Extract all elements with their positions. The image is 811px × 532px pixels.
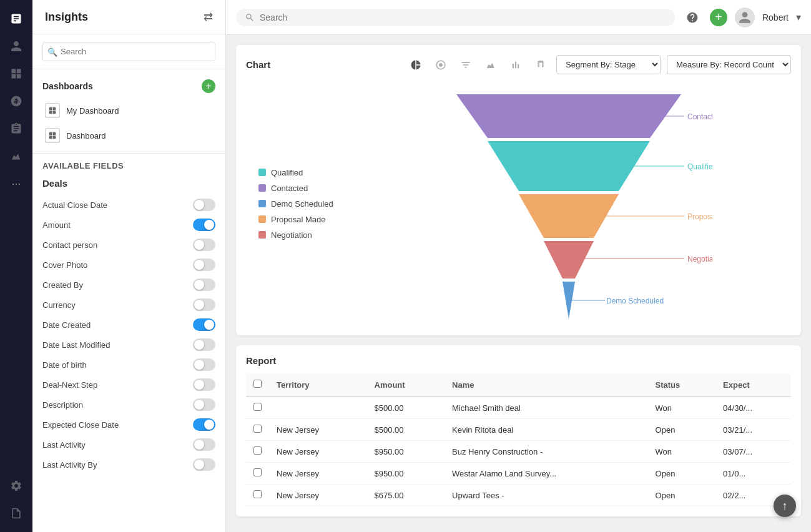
cell-amount: $500.00 xyxy=(367,419,445,441)
select-all-checkbox[interactable] xyxy=(253,380,262,388)
swap-icon[interactable]: ⇄ xyxy=(204,10,213,24)
field-name: Contact person xyxy=(42,240,97,250)
row-checkbox[interactable] xyxy=(253,446,262,455)
legend-label: Qualified xyxy=(271,168,303,177)
field-toggle[interactable] xyxy=(193,199,215,211)
field-toggle[interactable] xyxy=(193,219,215,231)
cell-amount: $950.00 xyxy=(367,463,445,485)
sidebar-search-input[interactable] xyxy=(42,42,215,61)
legend-dot xyxy=(258,184,266,192)
svg-text:Demo Scheduled: Demo Scheduled xyxy=(606,297,664,305)
nav-reports[interactable] xyxy=(5,502,27,525)
field-item: Amount xyxy=(42,215,215,235)
report-table: Territory Amount Name Status Expect $500… xyxy=(246,373,791,506)
filter-btn[interactable] xyxy=(456,56,475,74)
nav-dashboard[interactable] xyxy=(5,62,27,85)
nav-tasks[interactable] xyxy=(5,117,27,140)
report-card: Report Territory Amount Name Status Expe… xyxy=(236,345,801,516)
page-area: Chart Segment By xyxy=(226,35,811,532)
col-amount: Amount xyxy=(367,373,445,397)
nav-money[interactable] xyxy=(5,90,27,112)
field-item: Currency xyxy=(42,295,215,315)
pie-chart-btn[interactable] xyxy=(406,56,425,74)
row-checkbox[interactable] xyxy=(253,403,262,411)
scroll-top-button[interactable]: ↑ xyxy=(774,495,796,517)
topbar: + Robert ▾ xyxy=(226,0,811,35)
topbar-right: + Robert ▾ xyxy=(682,7,801,27)
row-checkbox[interactable] xyxy=(253,468,262,476)
cell-status: Open xyxy=(648,419,716,441)
legend-dot xyxy=(258,169,266,176)
cell-name: Upward Tees - xyxy=(445,485,648,506)
field-item: Date Created xyxy=(42,315,215,335)
sidebar: Insights ⇄ 🔍 Dashboards + My Dashboard D… xyxy=(32,0,226,532)
line-chart-btn[interactable] xyxy=(481,56,500,74)
cell-status: Open xyxy=(648,485,716,506)
topbar-add-button[interactable]: + xyxy=(710,9,727,26)
svg-text:Qualified: Qualified xyxy=(687,162,712,171)
row-checkbox[interactable] xyxy=(253,425,262,433)
topbar-search-input[interactable] xyxy=(260,12,666,22)
my-dashboard-label: My Dashboard xyxy=(66,106,119,116)
field-toggle[interactable] xyxy=(193,318,215,331)
bar-chart-btn[interactable] xyxy=(506,56,525,74)
col-name: Name xyxy=(445,373,648,397)
svg-text:Proposal Made: Proposal Made xyxy=(687,212,712,221)
donut-chart-btn[interactable] xyxy=(431,56,450,74)
field-toggle[interactable] xyxy=(193,278,215,291)
chart-legend: QualifiedContactedDemo ScheduledProposal… xyxy=(246,168,346,240)
field-name: Date Created xyxy=(42,320,91,330)
cell-expect: 04/30/... xyxy=(715,397,791,419)
cell-territory xyxy=(269,397,367,419)
measure-select[interactable]: Measure By: Record CountMeasure By: Amou… xyxy=(667,55,791,74)
field-toggle[interactable] xyxy=(193,239,215,251)
nav-analytics[interactable] xyxy=(5,145,27,167)
field-name: Last Activity By xyxy=(42,460,97,470)
user-avatar xyxy=(735,7,755,27)
field-toggle[interactable] xyxy=(193,259,215,271)
sidebar-item-dashboard[interactable]: Dashboard xyxy=(42,123,215,148)
svg-text:Negotiation: Negotiation xyxy=(687,255,712,264)
nav-contacts[interactable] xyxy=(5,35,27,57)
field-name: Amount xyxy=(42,220,71,230)
nav-more[interactable]: ··· xyxy=(5,172,27,195)
sidebar-header: Insights ⇄ xyxy=(32,0,225,34)
nav-insights[interactable] xyxy=(5,7,27,30)
cell-expect: 01/0... xyxy=(715,463,791,485)
svg-text:Contacted: Contacted xyxy=(687,112,712,121)
topbar-search-icon xyxy=(245,12,255,22)
cell-status: Won xyxy=(648,397,716,419)
add-dashboard-button[interactable]: + xyxy=(202,79,215,93)
field-name: Deal-Next Step xyxy=(42,380,97,390)
field-toggle[interactable] xyxy=(193,298,215,311)
field-toggle[interactable] xyxy=(193,458,215,471)
funnel-wrap: Contacted Qualified Proposal Made Negoti… xyxy=(346,88,791,319)
field-toggle[interactable] xyxy=(193,398,215,411)
user-chevron-icon[interactable]: ▾ xyxy=(796,11,801,23)
funnel-chart-svg: Contacted Qualified Proposal Made Negoti… xyxy=(425,88,712,319)
nav-settings[interactable] xyxy=(5,475,27,497)
chart-card: Chart Segment By xyxy=(236,45,801,335)
field-toggle[interactable] xyxy=(193,418,215,431)
horizontal-bar-btn[interactable] xyxy=(531,56,550,74)
field-toggle[interactable] xyxy=(193,338,215,351)
report-title: Report xyxy=(246,355,791,366)
field-item: Last Activity xyxy=(42,435,215,455)
field-item: Description xyxy=(42,395,215,415)
legend-label: Demo Scheduled xyxy=(271,199,333,209)
sidebar-item-my-dashboard[interactable]: My Dashboard xyxy=(42,98,215,123)
field-toggle[interactable] xyxy=(193,358,215,371)
legend-dot xyxy=(258,231,266,239)
user-name[interactable]: Robert xyxy=(762,12,789,22)
segment-select[interactable]: Segment By: StageSegment By: TerritorySe… xyxy=(556,55,661,74)
table-row: New Jersey $500.00 Kevin Ritota deal Ope… xyxy=(246,419,791,441)
cell-status: Won xyxy=(648,441,716,463)
field-toggle[interactable] xyxy=(193,378,215,391)
field-item: Cover Photo xyxy=(42,255,215,275)
help-button[interactable] xyxy=(682,7,702,27)
row-checkbox[interactable] xyxy=(253,490,262,498)
field-name: Date of birth xyxy=(42,360,87,370)
field-toggle[interactable] xyxy=(193,438,215,451)
dashboards-section: Dashboards + My Dashboard Dashboard xyxy=(32,69,225,154)
field-name: Created By xyxy=(42,280,83,290)
